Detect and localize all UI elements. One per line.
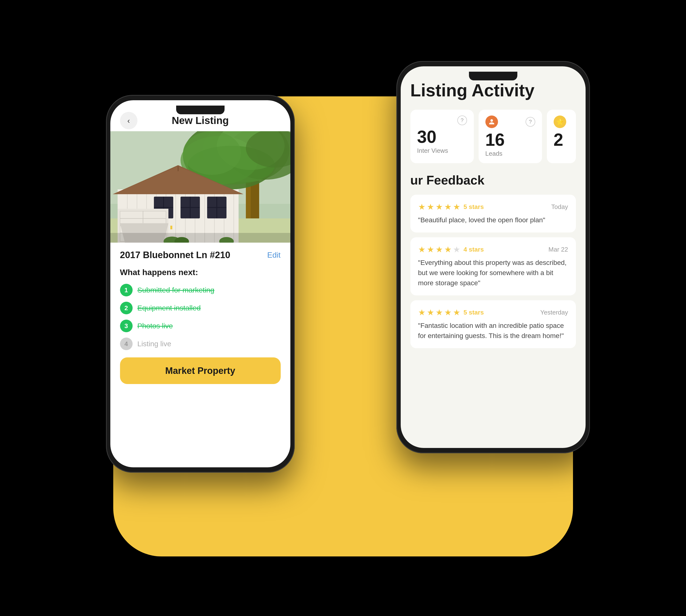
leads-number: 16: [485, 131, 535, 149]
views-label: Inter Views: [417, 147, 467, 154]
feedback3-stars: ★ ★ ★ ★ ★ 5 stars: [418, 308, 484, 317]
phone2-screen: Listing Activity ? 30 Inter Views: [401, 66, 586, 448]
phone1-notch: [176, 106, 225, 114]
step3-number: 3: [120, 320, 133, 332]
phone1-screen: ‹ New Listing: [110, 100, 290, 467]
svg-rect-48: [170, 226, 172, 229]
step1-number: 1: [120, 284, 133, 296]
what-next-heading: What happens next:: [120, 268, 281, 277]
step-3: 3 Photos live: [120, 320, 281, 332]
views-help-icon[interactable]: ?: [457, 115, 467, 125]
feedback1-date: Today: [551, 203, 568, 211]
feedback3-text: "Fantastic location with an incredible p…: [418, 321, 568, 341]
leads-label: Leads: [485, 150, 535, 157]
feedback-card-3: ★ ★ ★ ★ ★ 5 stars Yesterday "Fantastic l…: [410, 300, 576, 348]
step-2: 2 Equipment installed: [120, 302, 281, 314]
feedback-card-2: ★ ★ ★ ★ ★ 4 stars Mar 22 "Everything abo…: [410, 237, 576, 295]
stat-card-leads-header: ?: [485, 115, 535, 128]
svg-point-10: [183, 131, 241, 175]
feedback1-header: ★ ★ ★ ★ ★ 5 stars Today: [418, 202, 568, 212]
listing-activity-title: Listing Activity: [410, 81, 576, 100]
star3-4: ★: [444, 308, 452, 317]
star-4: ★: [444, 202, 452, 212]
feedback2-text: "Everything about this property was as d…: [418, 258, 568, 288]
tours-number: 2: [554, 131, 569, 149]
stat-card-views-header: ?: [417, 115, 467, 125]
feedback3-date: Yesterday: [540, 309, 568, 316]
back-icon: ‹: [127, 116, 130, 125]
phone-listing-activity: Listing Activity ? 30 Inter Views: [396, 61, 590, 453]
property-address: 2017 Bluebonnet Ln #210: [120, 250, 230, 260]
views-number: 30: [417, 128, 467, 146]
star-5: ★: [453, 202, 460, 212]
step2-number: 2: [120, 302, 133, 314]
feedback1-stars: ★ ★ ★ ★ ★ 5 stars: [418, 202, 484, 212]
phone2-notch: [469, 72, 517, 81]
star3-1: ★: [418, 308, 426, 317]
stat-card-views: ? 30 Inter Views: [410, 110, 474, 163]
feedback2-star-label: 4 stars: [464, 246, 484, 253]
person-icon: [488, 119, 495, 125]
svg-rect-49: [110, 233, 290, 243]
phone1-header: ‹ New Listing: [110, 100, 290, 131]
star2-5: ★: [453, 245, 460, 254]
star-1: ★: [418, 202, 426, 212]
scene: ‹ New Listing: [77, 18, 609, 598]
stat-card-tours-header: ⭐: [554, 115, 569, 128]
star2-2: ★: [427, 245, 434, 254]
star-3: ★: [436, 202, 443, 212]
address-row: 2017 Bluebonnet Ln #210 Edit: [120, 250, 281, 260]
feedback2-date: Mar 22: [549, 246, 568, 253]
step4-text: Listing live: [137, 340, 171, 348]
step1-text: Submitted for marketing: [137, 286, 214, 294]
feedback2-header: ★ ★ ★ ★ ★ 4 stars Mar 22: [418, 245, 568, 254]
leads-help-icon[interactable]: ?: [526, 117, 535, 127]
phone1-content: 2017 Bluebonnet Ln #210 Edit What happen…: [110, 243, 290, 399]
step2-text: Equipment installed: [137, 304, 201, 312]
edit-button[interactable]: Edit: [267, 250, 280, 260]
star-2: ★: [427, 202, 434, 212]
feedback3-header: ★ ★ ★ ★ ★ 5 stars Yesterday: [418, 308, 568, 317]
feedback2-stars: ★ ★ ★ ★ ★ 4 stars: [418, 245, 484, 254]
star3-3: ★: [436, 308, 443, 317]
new-listing-title: New Listing: [172, 115, 229, 126]
feedback-title: ur Feedback: [410, 173, 576, 188]
market-property-button[interactable]: Market Property: [120, 357, 281, 384]
step4-number: 4: [120, 337, 133, 350]
phone-new-listing: ‹ New Listing: [106, 95, 295, 472]
phone2-content: Listing Activity ? 30 Inter Views: [401, 66, 586, 448]
steps-list: 1 Submitted for marketing 2 Equipment in…: [120, 284, 281, 350]
stat-card-leads: ? 16 Leads: [479, 110, 542, 163]
tours-icon: ⭐: [554, 115, 566, 128]
stat-card-tours: ⭐ 2: [547, 110, 576, 163]
feedback3-star-label: 5 stars: [464, 309, 484, 316]
star2-4: ★: [444, 245, 452, 254]
house-photo: [110, 131, 290, 243]
feedback-card-1: ★ ★ ★ ★ ★ 5 stars Today "Beautiful place…: [410, 195, 576, 233]
feedback1-star-label: 5 stars: [464, 203, 484, 211]
feedback1-text: "Beautiful place, loved the open floor p…: [418, 215, 568, 225]
step-4: 4 Listing live: [120, 337, 281, 350]
step3-text: Photos live: [137, 322, 173, 330]
leads-icon: [485, 115, 498, 128]
star3-5: ★: [453, 308, 460, 317]
star2-1: ★: [418, 245, 426, 254]
star3-2: ★: [427, 308, 434, 317]
back-button[interactable]: ‹: [120, 112, 137, 129]
star2-3: ★: [436, 245, 443, 254]
stats-row: ? 30 Inter Views ?: [410, 110, 576, 163]
house-illustration: [110, 131, 290, 243]
step-1: 1 Submitted for marketing: [120, 284, 281, 296]
